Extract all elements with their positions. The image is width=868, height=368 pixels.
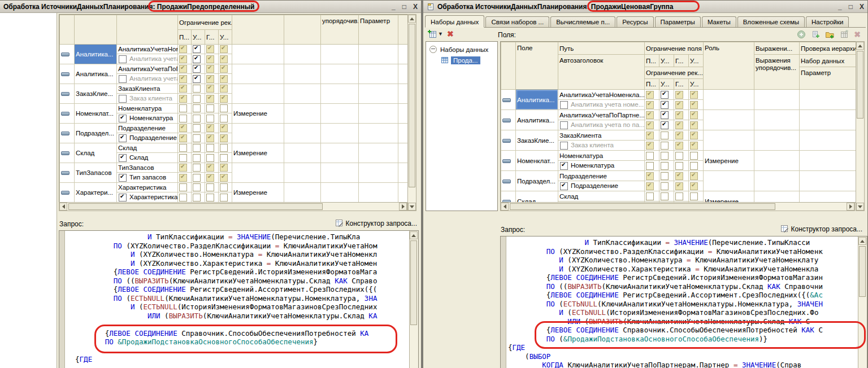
field-row[interactable]: Характери...ХарактеристикаИзмерение — [60, 183, 409, 192]
checkbox-un[interactable] — [193, 95, 201, 103]
field-autotitle-cell[interactable]: Аналитика учета по па... — [558, 120, 645, 130]
checkbox-un[interactable] — [646, 162, 654, 170]
field-role-cell[interactable]: Измерение — [232, 104, 284, 124]
query-editor[interactable]: И ТипКлассификации = ЗНАЧЕНИЕ(Перечислен… — [67, 233, 408, 368]
field-name-cell[interactable]: Характери... — [75, 183, 117, 203]
checkbox-ck[interactable] — [193, 75, 201, 83]
checkbox-dc[interactable] — [675, 101, 683, 109]
tree-node-dataset-prodazhi[interactable]: Прода... — [426, 55, 497, 65]
checkbox-un[interactable] — [646, 152, 654, 160]
query-vertical-scrollbar[interactable] — [858, 236, 867, 368]
checkbox-dc[interactable] — [675, 132, 683, 139]
fields-table[interactable]: Поле Путь Ограничение поля Роль Выражени… — [500, 41, 856, 203]
field-row[interactable]: СкладСкладИзмерение — [60, 143, 409, 153]
field-autotitle-cell[interactable]: Аналитика учета номе... — [558, 100, 645, 110]
checkbox-dc[interactable] — [675, 142, 683, 150]
minimize-button[interactable]: _ — [392, 3, 396, 10]
field-name-cell[interactable]: Аналитика... — [75, 64, 117, 84]
title-bar[interactable]: Обработка ИсточникиДанныхПланирования: П… — [0, 1, 421, 13]
field-role-cell[interactable] — [704, 130, 754, 151]
autotitle-checkbox[interactable] — [560, 121, 568, 129]
tab-0[interactable]: Наборы данных — [425, 15, 484, 28]
checkbox-un[interactable] — [193, 194, 201, 201]
add-group-folder-icon[interactable] — [825, 30, 835, 39]
delete-dataset-button[interactable]: ✖ — [447, 29, 454, 38]
remove-field-button[interactable]: ✖ — [854, 30, 861, 39]
checkbox-dc[interactable] — [220, 164, 228, 172]
field-role-cell[interactable] — [232, 64, 284, 84]
field-name-cell[interactable]: Номенклат... — [516, 151, 558, 171]
checkbox-un[interactable] — [179, 144, 187, 152]
field-path-cell[interactable]: ЗаказКлиента — [558, 130, 645, 141]
column-header-p[interactable]: П... — [645, 79, 659, 90]
field-path-cell[interactable]: АналитикаУчетаПоПартне... — [117, 64, 178, 74]
checkbox-dc[interactable] — [206, 174, 214, 182]
checkbox-ck[interactable] — [193, 45, 201, 53]
horizontal-scrollbar[interactable] — [500, 202, 855, 211]
checkbox-dc[interactable] — [646, 142, 654, 150]
field-autotitle-cell[interactable]: Характеристика — [117, 192, 178, 203]
column-header-u2[interactable]: У... — [219, 30, 232, 45]
tab-7[interactable]: Настройки — [806, 16, 849, 27]
field-name-cell[interactable]: Подраздел... — [516, 171, 558, 191]
autotitle-checkbox[interactable] — [119, 154, 127, 162]
scrollbar-thumb[interactable] — [859, 246, 866, 297]
column-header-g[interactable]: Г... — [674, 55, 689, 67]
fields-table[interactable]: Ограничение рек... упорядочив... Парамет… — [59, 14, 409, 203]
checkbox-un[interactable] — [193, 85, 201, 93]
checkbox-dc[interactable] — [179, 45, 187, 53]
query-editor[interactable]: И ТипКлассификации = ЗНАЧЕНИЕ(Перечислен… — [508, 238, 857, 368]
autotitle-checkbox[interactable] — [560, 101, 568, 109]
checkbox-un[interactable] — [193, 104, 201, 112]
vertical-scrollbar[interactable] — [407, 14, 416, 211]
checkbox-dc[interactable] — [206, 45, 214, 53]
checkbox-un[interactable] — [690, 152, 698, 160]
column-header-u[interactable]: У... — [659, 55, 674, 67]
scroll-up-button[interactable] — [410, 231, 418, 239]
column-header-g[interactable]: Г... — [674, 79, 689, 90]
copy-field-icon[interactable] — [811, 30, 820, 39]
column-header-u[interactable]: У... — [659, 79, 674, 90]
checkbox-un[interactable] — [675, 162, 683, 170]
field-row[interactable]: ЗаказКлие...ЗаказКлиента — [501, 130, 856, 141]
vertical-scrollbar[interactable] — [856, 41, 865, 211]
checkbox-ck[interactable] — [661, 121, 669, 129]
field-row[interactable]: Подраздел...Подразделение — [60, 124, 409, 133]
field-role-cell[interactable] — [704, 171, 754, 191]
field-role-cell[interactable]: Измерение — [232, 183, 284, 203]
column-header-expression[interactable]: Выражени... — [754, 42, 800, 55]
scroll-left-button[interactable] — [501, 203, 509, 211]
checkbox-un[interactable] — [220, 104, 228, 112]
checkbox-dc[interactable] — [690, 101, 698, 109]
checkbox-un[interactable] — [646, 192, 654, 200]
checkbox-dc[interactable] — [206, 95, 214, 103]
autotitle-checkbox[interactable] — [119, 95, 127, 103]
checkbox-dc[interactable] — [675, 121, 683, 129]
field-name-cell[interactable]: Склад — [516, 191, 558, 203]
close-button[interactable]: X — [860, 3, 864, 10]
field-path-cell[interactable]: Склад — [558, 191, 645, 201]
checkbox-dc[interactable] — [179, 65, 187, 73]
checkbox-un[interactable] — [193, 183, 201, 191]
checkbox-ck[interactable] — [193, 65, 201, 73]
field-name-cell[interactable]: ЗаказКлие... — [516, 130, 558, 151]
scroll-down-button[interactable] — [856, 203, 864, 211]
autotitle-checkbox[interactable] — [119, 75, 127, 83]
checkbox-dc[interactable] — [220, 75, 228, 83]
field-role-cell[interactable] — [704, 110, 754, 130]
field-role-cell[interactable]: Измерение — [232, 143, 284, 163]
checkbox-un[interactable] — [193, 115, 201, 122]
checkbox-ck[interactable] — [661, 91, 669, 99]
checkbox-ck[interactable] — [661, 101, 669, 109]
checkbox-dc[interactable] — [690, 182, 698, 190]
add-field-icon[interactable] — [797, 30, 806, 39]
checkbox-dc[interactable] — [675, 182, 683, 190]
add-dataset-button[interactable]: ▼ — [427, 29, 443, 38]
checkbox-un[interactable] — [675, 152, 683, 160]
field-path-cell[interactable]: Номенклатура — [558, 151, 645, 161]
tab-6[interactable]: Вложенные схемы — [737, 16, 805, 27]
checkbox-un[interactable] — [193, 134, 201, 142]
checkbox-un[interactable] — [661, 142, 669, 150]
tab-3[interactable]: Ресурсы — [617, 16, 653, 27]
checkbox-un[interactable] — [690, 162, 698, 170]
